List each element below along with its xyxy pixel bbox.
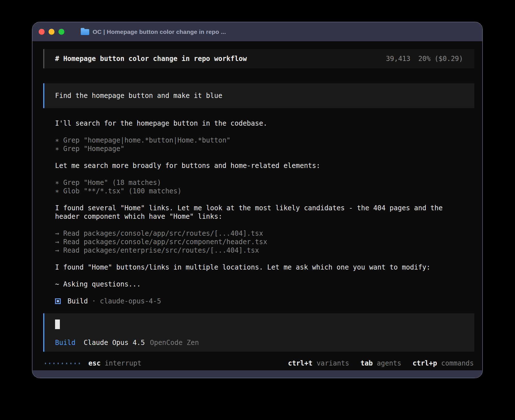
input-provider: OpenCode Zen: [150, 339, 199, 347]
input-meta: Build Claude Opus 4.5 OpenCode Zen: [55, 339, 463, 347]
transcript-line: → Read packages/console/app/src/routes/[…: [55, 229, 474, 238]
transcript-line: I'll search for the homepage button in t…: [55, 119, 474, 128]
spinner-dot: [53, 363, 54, 364]
user-message-block: Find the homepage button and make it blu…: [43, 83, 474, 108]
transcript-line: → Read packages/enterprise/src/routes/[.…: [55, 246, 474, 255]
transcript-line: Let me search more broadly for buttons a…: [55, 161, 474, 170]
context-percent: 20%: [418, 55, 430, 63]
status-right: ctrl+t variantstab agentsctrl+p commands: [288, 359, 474, 367]
text-cursor: [55, 320, 60, 329]
token-count: 39,413: [386, 55, 411, 63]
agent-status-line: Build · claude-opus-4-5: [43, 297, 474, 305]
key-hint-variants: ctrl+t variants: [288, 359, 349, 367]
tool-call-group: ∗ Grep "Home" (18 matches)∗ Glob "**/*.t…: [55, 178, 474, 195]
input-agent-mode[interactable]: Build: [55, 339, 75, 347]
spinner-dot: [45, 363, 46, 364]
spinner-dot: [66, 363, 67, 364]
transcript-line: I found "Home" buttons/links in multiple…: [55, 263, 474, 272]
traffic-lights: [39, 29, 64, 35]
terminal-content: # Homepage button color change in repo w…: [32, 41, 482, 370]
spinner-dot: [70, 363, 71, 364]
prompt-input[interactable]: Build Claude Opus 4.5 OpenCode Zen: [43, 313, 474, 352]
session-title: # Homepage button color change in repo w…: [55, 55, 247, 63]
session-cost: ($0.29): [435, 55, 463, 63]
tool-call-group: ∗ Grep "homepage|home.*button|Home.*butt…: [55, 136, 474, 153]
esc-key-label: [101, 359, 104, 367]
tool-call-group: → Read packages/console/app/src/routes/[…: [55, 229, 474, 255]
spinner-dot: [79, 363, 80, 364]
transcript-line: ∗ Grep "homepage|home.*button|Home.*butt…: [55, 136, 474, 145]
close-button[interactable]: [39, 29, 45, 35]
key-hint-commands: ctrl+p commands: [413, 359, 474, 367]
transcript-line: → Read packages/console/app/src/componen…: [55, 238, 474, 246]
spinner-dot: [49, 363, 50, 364]
transcript-line: ∗ Glob "**/*.tsx" (100 matches): [55, 187, 474, 195]
transcript-line: ∗ Grep "Homepage": [55, 145, 474, 153]
interrupt-label: interrupt: [105, 359, 141, 367]
session-header: # Homepage button color change in repo w…: [43, 49, 474, 68]
window-title: OC | Homepage button color change in rep…: [93, 29, 226, 35]
user-message-text: Find the homepage button and make it blu…: [55, 92, 222, 100]
transcript-line: header component which have "Home" links…: [55, 212, 474, 221]
window-titlebar[interactable]: OC | Homepage button color change in rep…: [32, 22, 482, 41]
transcript-line: I found several "Home" links. Let me loo…: [55, 204, 474, 212]
terminal-window: OC | Homepage button color change in rep…: [32, 22, 483, 378]
status-left: esc interrupt: [45, 359, 141, 367]
folder-icon: [81, 29, 89, 35]
working-spinner-dots: [45, 363, 80, 364]
esc-key-hint: esc: [88, 359, 101, 367]
agent-model: claude-opus-4-5: [100, 297, 161, 305]
spinner-dot: [75, 363, 76, 364]
dot-separator: ·: [92, 297, 96, 305]
assistant-text: Let me search more broadly for buttons a…: [55, 161, 474, 170]
minimize-button[interactable]: [49, 29, 54, 35]
spinner-dot: [62, 363, 63, 364]
agent-name: Build: [67, 297, 88, 305]
zoom-button[interactable]: [58, 29, 64, 35]
assistant-text: I found several "Home" links. Let me loo…: [55, 204, 474, 221]
transcript-line: ∗ Grep "Home" (18 matches): [55, 178, 474, 187]
transcript-line: ~ Asking questions...: [55, 280, 474, 288]
window-bottom-edge: [32, 370, 482, 378]
assistant-text: I found "Home" buttons/links in multiple…: [55, 263, 474, 272]
spinner-dot: [58, 363, 59, 364]
input-model[interactable]: Claude Opus 4.5: [84, 339, 145, 347]
title-group: OC | Homepage button color change in rep…: [81, 29, 226, 35]
status-bar: esc interrupt ctrl+t variantstab agentsc…: [43, 359, 474, 368]
key-hint-agents: tab agents: [361, 359, 401, 367]
assistant-transcript: I'll search for the homepage button in t…: [43, 119, 474, 297]
assistant-text: ~ Asking questions...: [55, 280, 474, 288]
assistant-text: I'll search for the homepage button in t…: [55, 119, 474, 128]
session-stats: 39,41320%($0.29): [386, 55, 463, 63]
agent-square-icon: [55, 298, 61, 304]
